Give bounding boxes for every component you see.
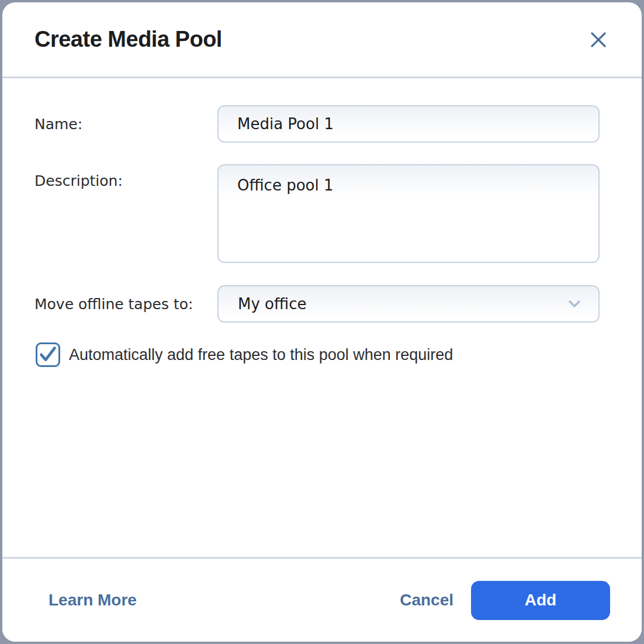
learn-more-link[interactable]: Learn More [49,591,137,610]
cancel-button[interactable]: Cancel [400,591,453,610]
add-button[interactable]: Add [471,581,610,620]
description-label: Description: [34,164,217,189]
chevron-down-icon [567,296,582,311]
name-input[interactable] [217,105,600,143]
move-offline-label: Move offline tapes to: [34,296,217,313]
checkmark-icon [36,343,60,366]
move-offline-selected-value: My office [238,295,306,313]
auto-add-label: Automatically add free tapes to this poo… [69,346,453,364]
auto-add-checkbox[interactable] [36,342,60,367]
dialog-body: Name: Description: Office pool 1 Move of… [2,78,642,557]
move-offline-select[interactable]: My office [217,285,600,323]
description-textarea[interactable]: Office pool 1 [217,164,600,263]
create-media-pool-dialog: Create Media Pool Name: Description: Off… [2,2,642,642]
description-row: Description: Office pool 1 [34,164,600,263]
move-offline-row: Move offline tapes to: My office [34,285,600,323]
close-button[interactable] [586,27,611,53]
name-row: Name: [34,105,600,143]
auto-add-row: Automatically add free tapes to this poo… [36,342,600,367]
name-label: Name: [34,116,217,133]
dialog-title: Create Media Pool [34,27,222,52]
close-icon [590,31,607,49]
dialog-footer: Learn More Cancel Add [2,557,642,642]
dialog-header: Create Media Pool [2,2,642,78]
